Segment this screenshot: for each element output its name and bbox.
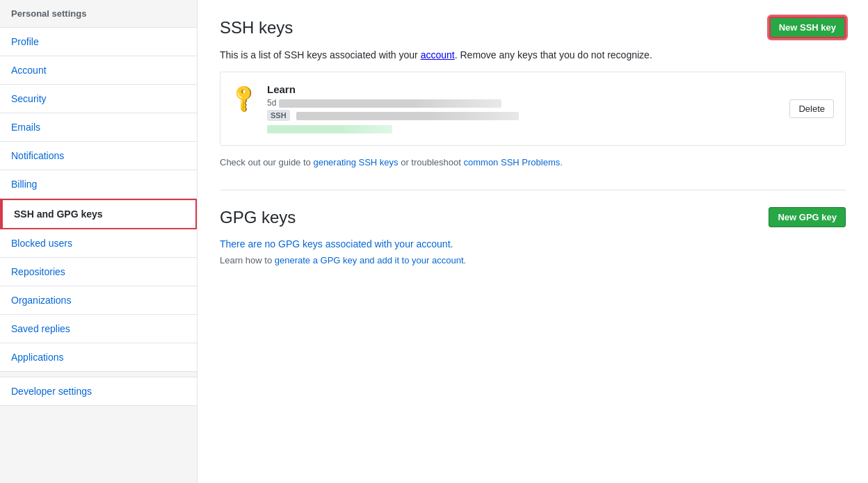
key-fingerprint: SSH — [267, 110, 778, 120]
new-ssh-key-button[interactable]: New SSH key — [769, 17, 846, 38]
gpg-section-header: GPG keys New GPG key — [220, 207, 846, 227]
sidebar-link-developer-settings[interactable]: Developer settings — [0, 377, 197, 405]
guide-middle: or troubleshoot — [399, 157, 464, 167]
gpg-learn-prefix: Learn how to — [220, 255, 275, 265]
main-content: SSH keys New SSH key This is a list of S… — [198, 0, 868, 483]
sidebar-item-organizations[interactable]: Organizations — [0, 286, 197, 315]
sidebar-header: Personal settings — [0, 0, 197, 28]
sidebar-divider — [0, 372, 197, 377]
sidebar-item-security[interactable]: Security — [0, 85, 197, 113]
sidebar-item-saved-replies[interactable]: Saved replies — [0, 315, 197, 343]
sidebar-item-billing[interactable]: Billing — [0, 170, 197, 199]
key-name: Learn — [267, 83, 778, 95]
no-gpg-prefix: There are no GPG keys associated — [220, 238, 375, 249]
key-age: 5d — [267, 98, 778, 108]
ssh-section-title: SSH keys — [220, 18, 293, 38]
ssh-key-card: 🔑 Learn 5d SSH Delete — [220, 72, 846, 146]
sidebar-item-ssh-gpg-keys[interactable]: SSH and GPG keys — [0, 199, 197, 229]
sidebar-item-account[interactable]: Account — [0, 56, 197, 85]
key-fingerprint-blurred — [296, 112, 519, 120]
sidebar: Personal settings Profile Account Securi… — [0, 0, 198, 483]
common-ssh-problems-link[interactable]: common SSH Problems — [464, 157, 561, 167]
sidebar-link-applications[interactable]: Applications — [0, 343, 197, 371]
sidebar-link-repositories[interactable]: Repositories — [0, 258, 197, 286]
sidebar-link-notifications[interactable]: Notifications — [0, 142, 197, 170]
key-hash-blurred — [279, 99, 501, 108]
new-gpg-key-button[interactable]: New GPG key — [769, 207, 846, 227]
gpg-section: GPG keys New GPG key There are no GPG ke… — [220, 207, 846, 265]
sidebar-link-account[interactable]: Account — [0, 56, 197, 84]
ssh-info-suffix: . Remove any keys that you do not recogn… — [455, 49, 652, 60]
guide-prefix: Check out our guide to — [220, 157, 313, 167]
ssh-info-text: This is a list of SSH keys associated wi… — [220, 49, 846, 60]
delete-key-button[interactable]: Delete — [789, 99, 834, 118]
generating-ssh-keys-link[interactable]: generating SSH keys — [313, 157, 398, 167]
sidebar-item-notifications[interactable]: Notifications — [0, 142, 197, 170]
ssh-section-header: SSH keys New SSH key — [220, 17, 846, 38]
sidebar-link-billing[interactable]: Billing — [0, 170, 197, 198]
section-divider — [220, 190, 846, 190]
sidebar-link-security[interactable]: Security — [0, 85, 197, 113]
ssh-info-prefix: This is a list of SSH keys associated wi… — [220, 49, 421, 60]
sidebar-item-applications[interactable]: Applications — [0, 343, 197, 372]
sidebar-item-emails[interactable]: Emails — [0, 113, 197, 142]
sidebar-link-saved-replies[interactable]: Saved replies — [0, 315, 197, 343]
sidebar-item-developer-settings[interactable]: Developer settings — [0, 377, 197, 406]
sidebar-link-emails[interactable]: Emails — [0, 113, 197, 141]
ssh-badge: SSH — [267, 110, 290, 121]
gpg-section-title: GPG keys — [220, 208, 296, 227]
sidebar-link-profile[interactable]: Profile — [0, 28, 197, 56]
key-icon: 🔑 — [227, 81, 260, 114]
sidebar-developer-nav: Developer settings — [0, 377, 197, 406]
sidebar-item-repositories[interactable]: Repositories — [0, 258, 197, 286]
no-gpg-suffix: your account. — [392, 238, 453, 249]
no-gpg-text: There are no GPG keys associated with yo… — [220, 238, 846, 249]
ssh-guide-text: Check out our guide to generating SSH ke… — [220, 157, 846, 167]
no-gpg-with: with — [375, 238, 392, 249]
gpg-learn-text: Learn how to generate a GPG key and add … — [220, 255, 846, 265]
sidebar-link-ssh-gpg-keys[interactable]: SSH and GPG keys — [1, 200, 195, 228]
sidebar-link-blocked-users[interactable]: Blocked users — [0, 229, 197, 257]
gpg-generate-link[interactable]: generate a GPG key and add it to your ac… — [275, 255, 464, 265]
ssh-account-link[interactable]: account — [421, 49, 455, 60]
key-extra — [267, 123, 778, 134]
guide-suffix: . — [560, 157, 563, 167]
key-extra-blurred — [267, 125, 392, 133]
sidebar-item-blocked-users[interactable]: Blocked users — [0, 229, 197, 258]
sidebar-link-organizations[interactable]: Organizations — [0, 286, 197, 314]
key-details: Learn 5d SSH — [267, 83, 778, 134]
sidebar-item-profile[interactable]: Profile — [0, 28, 197, 56]
sidebar-nav: Profile Account Security Emails Notifica… — [0, 28, 197, 372]
gpg-learn-suffix: . — [464, 255, 467, 265]
